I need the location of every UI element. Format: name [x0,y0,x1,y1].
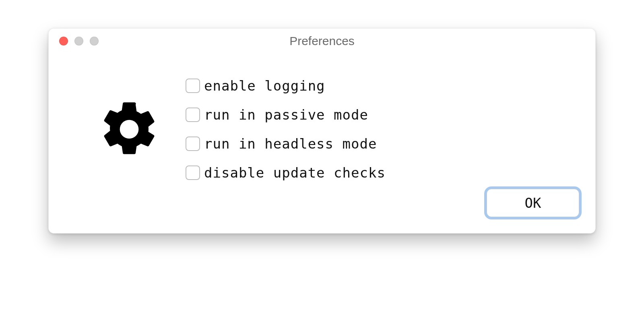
options-list: enable logging run in passive mode run i… [186,78,579,181]
footer: OK [49,189,595,233]
content-area: enable logging run in passive mode run i… [49,54,595,197]
traffic-lights [59,37,99,45]
option-run-passive-mode: run in passive mode [186,107,579,123]
label-enable-logging[interactable]: enable logging [204,78,325,94]
option-disable-update-checks: disable update checks [186,165,579,181]
window-title: Preferences [59,34,585,48]
titlebar: Preferences [49,29,595,54]
ok-button[interactable]: OK [487,189,579,217]
checkbox-disable-update-checks[interactable] [186,165,200,180]
label-disable-update-checks[interactable]: disable update checks [204,165,386,181]
label-run-passive-mode[interactable]: run in passive mode [204,107,368,123]
gear-icon [97,97,161,161]
zoom-button[interactable] [90,37,99,45]
preferences-window: Preferences enable logging run in passiv… [48,28,596,234]
checkbox-enable-logging[interactable] [186,79,200,93]
label-run-headless-mode[interactable]: run in headless mode [204,136,377,152]
checkbox-run-headless-mode[interactable] [186,136,200,151]
minimize-button[interactable] [74,37,83,45]
option-run-headless-mode: run in headless mode [186,136,579,152]
checkbox-run-passive-mode[interactable] [186,108,200,122]
close-button[interactable] [59,37,68,45]
option-enable-logging: enable logging [186,78,579,94]
